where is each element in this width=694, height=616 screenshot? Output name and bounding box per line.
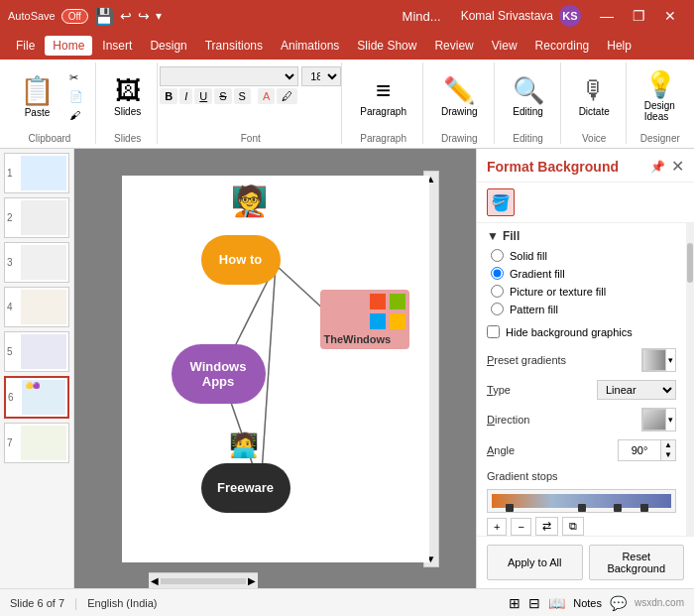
menu-insert[interactable]: Insert <box>94 36 140 56</box>
slide-sorter-icon[interactable]: ⊟ <box>528 595 540 611</box>
panel-close-button[interactable]: ✕ <box>671 157 684 176</box>
scroll-right-arrow[interactable]: ▶ <box>248 575 256 586</box>
menu-recording[interactable]: Recording <box>527 36 598 56</box>
scroll-left-arrow[interactable]: ◀ <box>151 575 159 586</box>
thewindows-node[interactable]: TheWindows <box>320 290 409 349</box>
font-size-select[interactable]: 18 <box>301 66 341 86</box>
horizontal-scrollbar[interactable]: ◀ ▶ <box>149 572 258 588</box>
slide-thumb-2[interactable]: 2 <box>4 197 69 238</box>
reading-view-icon[interactable]: 📖 <box>548 595 565 611</box>
hide-bg-option[interactable]: Hide background graphics <box>487 325 676 338</box>
apply-all-button[interactable]: Apply to All <box>487 545 583 580</box>
slide-thumb-7[interactable]: 7 <box>4 423 69 463</box>
picture-fill-option[interactable]: Picture or texture fill <box>491 285 676 298</box>
design-ideas-button[interactable]: 💡 Design Ideas <box>636 65 684 126</box>
font-family-select[interactable] <box>160 66 298 86</box>
gradient-actions: + − ⇄ ⧉ <box>487 517 676 536</box>
menu-help[interactable]: Help <box>599 36 639 56</box>
minimize-button[interactable]: — <box>591 0 623 32</box>
picture-fill-radio[interactable] <box>491 285 504 298</box>
preset-dropdown-arrow[interactable]: ▾ <box>666 355 675 365</box>
paragraph-button[interactable]: ≡ Paragraph <box>352 71 414 121</box>
direction-dropdown[interactable]: ▾ <box>641 408 676 431</box>
type-select[interactable]: Linear Radial Rectangular Path <box>597 380 676 400</box>
slide-thumb-1[interactable]: 1 <box>4 153 69 193</box>
solid-fill-radio[interactable] <box>491 249 504 262</box>
gradient-bar[interactable] <box>492 494 671 508</box>
stop-marker-1[interactable] <box>506 504 514 512</box>
undo-icon[interactable]: ↩ <box>120 8 132 24</box>
menu-design[interactable]: Design <box>142 36 194 56</box>
slide-thumb-4[interactable]: 4 <box>4 287 69 327</box>
pattern-fill-option[interactable]: Pattern fill <box>491 303 676 315</box>
normal-view-icon[interactable]: ⊞ <box>509 595 520 611</box>
add-stop-button[interactable]: + <box>487 518 507 536</box>
redo-icon[interactable]: ↪ <box>138 8 150 24</box>
highlight-button[interactable]: 🖊 <box>277 88 297 104</box>
direction-dropdown-arrow[interactable]: ▾ <box>666 415 675 425</box>
gradient-fill-option[interactable]: Gradient fill <box>491 267 676 280</box>
menu-review[interactable]: Review <box>426 36 481 56</box>
panel-scrollbar[interactable] <box>686 223 694 536</box>
stop-marker-2[interactable] <box>578 504 586 512</box>
scrollbar-thumb[interactable] <box>687 243 693 283</box>
menu-animations[interactable]: Animations <box>273 36 347 56</box>
mindmap: 🧑‍🏫 How to WindowsApps 🧑‍💻 Freeware <box>122 176 429 562</box>
bold-button[interactable]: B <box>160 88 177 104</box>
more-icon[interactable]: ▾ <box>156 9 162 23</box>
menu-transitions[interactable]: Transitions <box>197 36 271 56</box>
gradient-fill-radio[interactable] <box>491 267 504 280</box>
preset-gradients-dropdown[interactable]: ▾ <box>641 348 676 372</box>
paragraph-label: Paragraph <box>360 106 406 117</box>
angle-decrement[interactable]: ▼ <box>660 450 675 460</box>
fill-section-header[interactable]: ▼ Fill <box>487 229 676 243</box>
slides-label: Slides <box>114 106 141 117</box>
pattern-fill-radio[interactable] <box>491 303 504 315</box>
menu-view[interactable]: View <box>484 36 525 56</box>
slide-thumb-6[interactable]: 6 🟡🟣 <box>4 376 69 419</box>
save-icon[interactable]: 💾 <box>94 7 114 26</box>
freeware-node[interactable]: Freeware <box>201 463 290 513</box>
windows-apps-node[interactable]: WindowsApps <box>172 344 266 404</box>
slide-thumb-5[interactable]: 5 <box>4 331 69 372</box>
underline-button[interactable]: U <box>194 88 212 104</box>
close-button[interactable]: ✕ <box>654 0 686 32</box>
remove-stop-button[interactable]: − <box>511 518 530 536</box>
menu-file[interactable]: File <box>8 36 43 56</box>
copy-button[interactable]: 📄 <box>65 88 87 105</box>
strikethrough-button[interactable]: S <box>214 88 231 104</box>
editing-button[interactable]: 🔍 Editing <box>505 71 552 121</box>
stop-marker-3[interactable] <box>614 504 622 512</box>
formatpaint-button[interactable]: 🖌 <box>65 107 87 123</box>
autosave-toggle[interactable]: Off <box>61 9 88 24</box>
shadow-button[interactable]: S <box>234 88 251 104</box>
paste-button[interactable]: 📋 Paste <box>12 70 62 122</box>
panel-pin-icon[interactable]: 📌 <box>650 160 665 174</box>
reverse-stop-button[interactable]: ⇄ <box>535 517 558 536</box>
cut-button[interactable]: ✂ <box>65 69 87 86</box>
menu-home[interactable]: Home <box>45 36 92 56</box>
slide-num-6: 6 <box>8 392 18 403</box>
stop-marker-4[interactable] <box>640 504 648 512</box>
italic-button[interactable]: I <box>179 88 192 104</box>
hide-bg-checkbox[interactable] <box>487 325 500 338</box>
dictate-button[interactable]: 🎙 Dictate <box>571 71 618 121</box>
angle-input[interactable] <box>619 442 660 458</box>
ribbon-clipboard-btns: 📋 Paste ✂ 📄 🖌 <box>12 62 87 129</box>
notes-button[interactable]: Notes <box>573 597 602 609</box>
howto-node[interactable]: How to <box>201 235 281 285</box>
angle-increment[interactable]: ▲ <box>660 440 675 450</box>
slide-thumb-3[interactable]: 3 <box>4 242 69 283</box>
font-color-button[interactable]: A <box>258 88 275 104</box>
fill-icon-button[interactable]: 🪣 <box>487 188 515 216</box>
ribbon-font-group: 18 B I U S S A 🖊 Font <box>164 62 342 144</box>
reset-background-button[interactable]: Reset Background <box>589 545 685 580</box>
slides-button[interactable]: 🖼 Slides <box>106 71 149 121</box>
comments-icon[interactable]: 💬 <box>610 595 627 611</box>
drawing-button[interactable]: ✏️ Drawing <box>433 71 486 121</box>
howto-label: How to <box>219 252 262 267</box>
copy-stop-button[interactable]: ⧉ <box>562 517 584 536</box>
restore-button[interactable]: ❐ <box>623 0 654 32</box>
menu-slideshow[interactable]: Slide Show <box>349 36 424 56</box>
solid-fill-option[interactable]: Solid fill <box>491 249 676 262</box>
